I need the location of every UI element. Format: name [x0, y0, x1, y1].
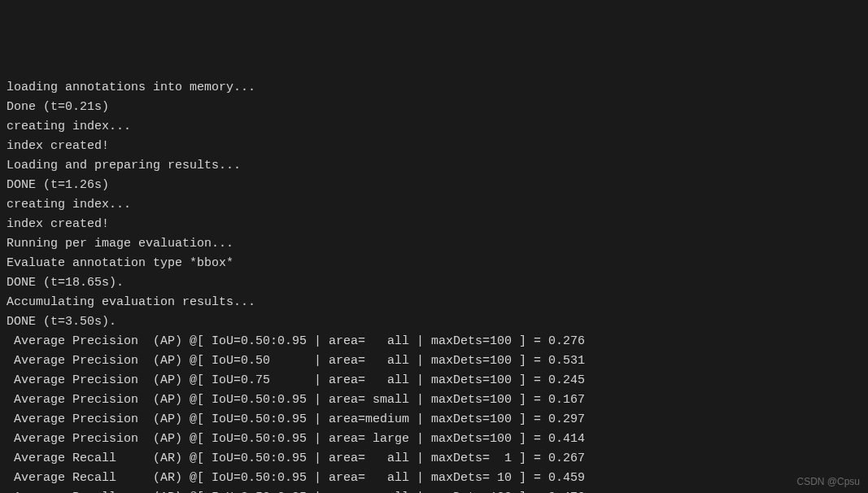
- metric-line: Average Precision (AP) @[ IoU=0.75 | are…: [7, 371, 861, 390]
- log-line: creating index...: [7, 117, 861, 137]
- metric-line: Average Recall (AR) @[ IoU=0.50:0.95 | a…: [7, 449, 861, 469]
- log-line: DONE (t=3.50s).: [7, 312, 861, 332]
- metric-line: Average Precision (AP) @[ IoU=0.50 | are…: [7, 351, 861, 371]
- metric-line: Average Precision (AP) @[ IoU=0.50:0.95 …: [7, 430, 861, 449]
- log-line: index created!: [7, 215, 861, 234]
- log-line: Running per image evaluation...: [7, 234, 861, 254]
- log-line: Evaluate annotation type *bbox*: [7, 254, 861, 273]
- log-line: DONE (t=1.26s): [7, 176, 861, 195]
- metric-line: Average Precision (AP) @[ IoU=0.50:0.95 …: [7, 332, 861, 351]
- metric-line: Average Precision (AP) @[ IoU=0.50:0.95 …: [7, 390, 861, 410]
- log-line: Accumulating evaluation results...: [7, 293, 861, 312]
- metric-line: Average Precision (AP) @[ IoU=0.50:0.95 …: [7, 410, 861, 430]
- log-line: Loading and preparing results...: [7, 156, 861, 176]
- log-line: creating index...: [7, 195, 861, 215]
- metric-line: Average Recall (AR) @[ IoU=0.50:0.95 | a…: [7, 469, 861, 488]
- metric-line: Average Recall (AR) @[ IoU=0.50:0.95 | a…: [7, 488, 861, 493]
- log-line: index created!: [7, 137, 861, 156]
- log-line: loading annotations into memory...: [7, 78, 861, 98]
- log-line: Done (t=0.21s): [7, 98, 861, 117]
- log-line: DONE (t=18.65s).: [7, 273, 861, 293]
- watermark-text: CSDN @Cpsu: [796, 474, 860, 490]
- terminal-output: loading annotations into memory...Done (…: [7, 78, 861, 493]
